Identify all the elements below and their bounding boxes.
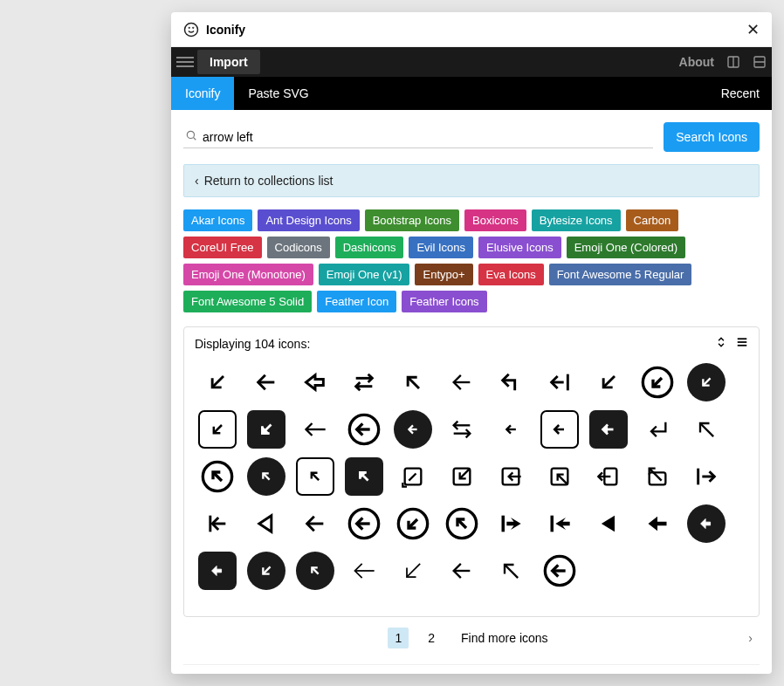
icon-arrow-down-left-circle-2[interactable] bbox=[394, 504, 432, 543]
icon-box-arrow-in-left[interactable] bbox=[492, 457, 530, 496]
icon-arrow-up-left-circle-2[interactable] bbox=[443, 504, 481, 543]
list-view-icon[interactable] bbox=[736, 336, 748, 351]
icon-arrow-left-circle-fill-2[interactable] bbox=[687, 504, 726, 543]
collection-chip[interactable]: Bootstrap Icons bbox=[365, 209, 459, 231]
icon-arrow-left-outline[interactable] bbox=[296, 363, 334, 401]
collection-chip[interactable]: Codicons bbox=[267, 237, 330, 258]
about-menu[interactable]: About bbox=[679, 55, 714, 69]
icon-arrows-left-right[interactable] bbox=[443, 410, 481, 449]
collection-chip[interactable]: Emoji One (v1) bbox=[319, 264, 410, 285]
collection-chip[interactable]: Eva Icons bbox=[478, 264, 544, 285]
icon-arrow-left-3[interactable] bbox=[296, 504, 334, 543]
icon-arrow-up-left-circle-fill-2[interactable] bbox=[296, 552, 334, 590]
search-icon bbox=[185, 129, 197, 144]
return-to-collections[interactable]: ‹ Return to collections list bbox=[183, 164, 760, 197]
collection-chip[interactable]: Emoji One (Colored) bbox=[567, 237, 686, 258]
collection-chip[interactable]: Font Awesome 5 Solid bbox=[183, 291, 312, 312]
collapse-icon[interactable] bbox=[715, 336, 727, 351]
find-more-icons[interactable]: Find more icons bbox=[454, 628, 555, 648]
page-2[interactable]: 2 bbox=[421, 628, 442, 648]
icon-arrow-to-left-fill[interactable] bbox=[540, 504, 579, 543]
icon-triangle-left[interactable] bbox=[247, 504, 285, 543]
svg-line-44 bbox=[460, 469, 471, 479]
icon-box-arrow-up-left[interactable] bbox=[638, 457, 677, 496]
icon-arrow-down-left-box-fill[interactable] bbox=[247, 410, 285, 449]
hamburger-icon[interactable] bbox=[176, 52, 194, 72]
collection-chip[interactable]: Boxicons bbox=[464, 209, 526, 231]
icon-arrow-from-left-2[interactable] bbox=[492, 504, 530, 543]
grid-icon[interactable] bbox=[753, 55, 767, 69]
collection-chip[interactable]: Akar Icons bbox=[183, 209, 252, 231]
icon-arrow-left-box-fill-2[interactable] bbox=[198, 552, 237, 590]
svg-line-35 bbox=[700, 423, 713, 436]
icon-arrow-up-left-circle-fill[interactable] bbox=[247, 457, 285, 496]
close-icon[interactable]: ✕ bbox=[746, 20, 760, 39]
tab-iconify[interactable]: Iconify bbox=[171, 77, 234, 110]
search-button[interactable]: Search Icons bbox=[664, 122, 760, 152]
icon-arrow-left-box[interactable] bbox=[540, 410, 579, 449]
collection-chip[interactable]: Entypo+ bbox=[415, 264, 472, 285]
collection-chip[interactable]: Ant Design Icons bbox=[258, 209, 359, 231]
icon-box-arrow-down-left[interactable] bbox=[394, 457, 432, 496]
icon-arrow-left-circle-3[interactable] bbox=[540, 552, 579, 590]
search-input[interactable] bbox=[203, 130, 651, 144]
icon-chevron-first[interactable] bbox=[198, 504, 237, 543]
app-logo-icon bbox=[183, 22, 199, 38]
icon-box-arrow-left[interactable] bbox=[589, 457, 628, 496]
pagination: 1 2 Find more icons › bbox=[183, 617, 760, 652]
icon-arrow-down-left-thin[interactable] bbox=[394, 552, 432, 590]
collection-chip[interactable]: Feather Icon bbox=[317, 291, 396, 312]
collection-chip[interactable]: CoreUI Free bbox=[183, 237, 262, 258]
icon-arrow-left-thin-2[interactable] bbox=[345, 552, 383, 590]
icon-arrow-down-left-circle-fill-2[interactable] bbox=[247, 552, 285, 590]
tab-paste-svg[interactable]: Paste SVG bbox=[234, 77, 322, 110]
icon-arrow-left-circle-2[interactable] bbox=[345, 504, 383, 543]
icon-box-arrow-in-down-left[interactable] bbox=[443, 457, 481, 496]
icon-arrow-left-circle[interactable] bbox=[345, 410, 383, 449]
page-1[interactable]: 1 bbox=[388, 628, 409, 648]
icon-arrow-up-left-box-fill[interactable] bbox=[345, 457, 383, 496]
icon-arrow-up-left-3[interactable] bbox=[492, 552, 530, 590]
collection-chip[interactable]: Carbon bbox=[626, 209, 679, 231]
icon-arrow-left-short[interactable] bbox=[492, 410, 530, 449]
icon-arrow-up-left-circle[interactable] bbox=[198, 457, 237, 496]
collection-chip[interactable]: Dashicons bbox=[335, 237, 404, 258]
icon-arrows-horizontal[interactable] bbox=[345, 363, 383, 401]
icon-arrow-left-to-line[interactable] bbox=[540, 363, 579, 401]
icon-arrow-down-left-2[interactable] bbox=[589, 363, 628, 401]
app-title: Iconify bbox=[206, 23, 245, 37]
chevron-right-icon[interactable]: › bbox=[748, 631, 753, 645]
icon-arrow-down-left[interactable] bbox=[198, 363, 237, 401]
icon-arrow-left-fill[interactable] bbox=[638, 504, 677, 543]
icon-arrow-left-4[interactable] bbox=[443, 552, 481, 590]
icon-arrow-down-left-box[interactable] bbox=[198, 410, 237, 449]
icon-arrow-left-circle-fill[interactable] bbox=[394, 410, 432, 449]
collection-chip[interactable]: Elusive Icons bbox=[478, 237, 561, 258]
icon-arrow-up-left-thin[interactable] bbox=[687, 410, 726, 449]
svg-point-0 bbox=[185, 23, 198, 36]
icon-corner-down-left[interactable] bbox=[638, 410, 677, 449]
collection-chip[interactable]: Bytesize Icons bbox=[532, 209, 621, 231]
icon-arrow-left[interactable] bbox=[247, 363, 285, 401]
collection-chip[interactable]: Feather Icons bbox=[402, 291, 487, 312]
icon-corner-up-left[interactable] bbox=[492, 363, 530, 401]
icon-caret-left-fill[interactable] bbox=[589, 504, 628, 543]
collection-chip[interactable]: Emoji One (Monotone) bbox=[183, 264, 313, 285]
tab-recent[interactable]: Recent bbox=[721, 77, 772, 110]
collection-chip[interactable]: Evil Icons bbox=[409, 237, 473, 258]
icon-arrow-down-left-circle[interactable] bbox=[638, 363, 677, 401]
icon-arrow-from-left[interactable] bbox=[687, 457, 726, 496]
icon-arrow-up-left[interactable] bbox=[394, 363, 432, 401]
collection-chip[interactable]: Font Awesome 5 Regular bbox=[549, 264, 692, 285]
icon-box-arrow-in-up-left[interactable] bbox=[540, 457, 579, 496]
icon-arrow-down-left-circle-fill[interactable] bbox=[687, 363, 726, 401]
import-menu[interactable]: Import bbox=[197, 50, 260, 74]
layout-icon[interactable] bbox=[726, 55, 740, 69]
icon-arrow-left-long[interactable] bbox=[296, 410, 334, 449]
svg-line-71 bbox=[407, 564, 420, 577]
icon-arrow-left-box-fill[interactable] bbox=[589, 410, 628, 449]
svg-line-24 bbox=[214, 425, 222, 433]
svg-rect-65 bbox=[502, 516, 505, 532]
icon-arrow-left-thin[interactable] bbox=[443, 363, 481, 401]
icon-arrow-up-left-box[interactable] bbox=[296, 457, 334, 496]
